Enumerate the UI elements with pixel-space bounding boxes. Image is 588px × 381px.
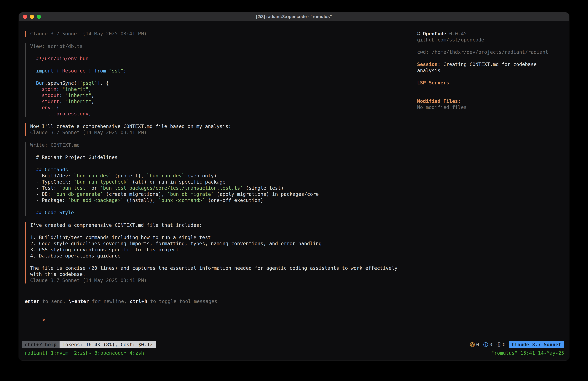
terminal-line [30,203,417,210]
terminal-line: ## Commands [30,167,417,173]
help-chip[interactable]: ctrl+? help [22,341,60,348]
main-row: Claude 3.7 Sonnet (14 May 2025 03:41 PM)… [25,31,563,290]
tmux-window-list[interactable]: [radiant] 1:nvim 2:zsh- 3:opencode* 4:zs… [22,350,144,356]
terminal-line: 3. CSS styling conventions specific to t… [30,247,417,253]
terminal-line: © OpenCode 0.0.45 [417,31,563,37]
status-bar: ctrl+? help Tokens: 16.4K (8%), Cost: $0… [22,341,564,348]
window-titlebar: [2/3] radiant:3:opencode - "romulus" [19,13,569,21]
terminal-line [30,148,417,154]
hint-count-icon: ⓗ [497,342,501,348]
terminal-line: cwd: /home/thdxr/dev/projects/radiant/ra… [417,49,563,55]
terminal-line [30,160,417,167]
zoom-button[interactable] [37,15,41,19]
assistant-message-block: Now I'll create a comprehensive CONTEXT.… [25,123,417,135]
terminal-line [30,74,417,80]
terminal-line: env: { [30,105,417,111]
terminal-line: 4. Database operations guidance [30,253,417,259]
terminal-line: Claude 3.7 Sonnet (14 May 2025 03:41 PM) [30,130,417,135]
terminal-line: stderr: "inherit", [30,98,417,105]
terminal-line [417,92,563,98]
sidebar-panel: © OpenCode 0.0.45github.com/sst/opencode… [417,31,563,111]
terminal-line: github.com/sst/opencode [417,37,563,43]
prompt-input[interactable]: > [25,311,563,329]
terminal-line: LSP Servers [417,80,563,86]
tmux-status-bar: [radiant] 1:nvim 2:zsh- 3:opencode* 4:zs… [22,350,564,356]
terminal-line: analysis [417,67,563,74]
terminal-window: [2/3] radiant:3:opencode - "romulus" Cla… [19,12,569,360]
empty-space [25,329,563,341]
chat-column: Claude 3.7 Sonnet (14 May 2025 03:41 PM)… [25,31,417,290]
terminal-line [30,259,417,265]
terminal-line: stdout: "inherit", [30,92,417,98]
terminal-line: ...process.env, [30,111,417,117]
prompt-symbol: > [42,317,45,323]
terminal-line: #!/usr/bin/env bun [30,56,417,62]
terminal-line [417,43,563,49]
terminal-line [30,62,417,68]
terminal-line: import { Resource } from "sst"; [30,68,417,74]
tokens-cost-chip: Tokens: 16.4K (8%), Cost: $0.12 [60,341,156,348]
hint-count: ⓗ0 [497,342,505,348]
terminal-line: 2. Code style guidelines covering import… [30,241,417,247]
terminal-line: 1. Build/lint/test commands including ho… [30,234,417,241]
tmux-session-info: "romulus" 15:41 14-May-25 [491,350,564,356]
terminal-line: No modified files [417,104,563,111]
terminal-line: View: script/db.ts [30,43,417,49]
assistant-summary-block: I've created a comprehensive CONTEXT.md … [25,222,417,284]
terminal-line [417,74,563,80]
terminal-content: Claude 3.7 Sonnet (14 May 2025 03:41 PM)… [19,21,569,360]
tool-view-block: View: script/db.ts #!/usr/bin/env bun im… [25,43,417,117]
terminal-line: stdin: "inherit", [30,86,417,92]
terminal-line: The file is concise (20 lines) and captu… [30,265,417,271]
terminal-line: Now I'll create a comprehensive CONTEXT.… [30,123,417,130]
lsp-diagnostics: Ⓦ0ⓘ0ⓗ0 [466,342,505,348]
terminal-line: Write: CONTEXT.md [30,142,417,148]
terminal-line: - DB: `bun db generate` (create migratio… [30,191,417,197]
warning-count-icon: Ⓦ [470,342,475,348]
message-header-block: Claude 3.7 Sonnet (14 May 2025 03:41 PM) [25,31,417,37]
terminal-line [30,228,417,234]
input-help-text: enter to send, \+enter for newline, ctrl… [25,298,563,304]
terminal-line [30,49,417,56]
terminal-line: Session: Creating CONTEXT.md for codebas… [417,61,563,67]
tool-write-block: Write: CONTEXT.md # Radiant Project Guid… [25,142,417,216]
message-timestamp: Claude 3.7 Sonnet (14 May 2025 03:41 PM) [30,31,417,37]
terminal-line: enter to send, \+enter for newline, ctrl… [25,298,563,304]
terminal-line: ## Code Style [30,210,417,216]
window-title: [2/3] radiant:3:opencode - "romulus" [19,14,569,19]
info-count-icon: ⓘ [483,342,488,348]
minimize-button[interactable] [30,15,34,19]
info-count: ⓘ0 [483,342,492,348]
terminal-line [417,86,563,92]
terminal-line [417,55,563,61]
input-divider [25,307,563,307]
terminal-line: - TypeCheck: `bun run typecheck` (all) o… [30,179,417,185]
close-button[interactable] [23,15,27,19]
terminal-line: # Radiant Project Guidelines [30,154,417,160]
terminal-line: - Build/Dev: `bun run dev` (project), `b… [30,173,417,179]
terminal-line: - Test: `bun test` or `bun test packages… [30,185,417,191]
terminal-line: I've created a comprehensive CONTEXT.md … [30,222,417,228]
traffic-lights [19,15,41,19]
model-chip[interactable]: Claude 3.7 Sonnet [509,341,564,348]
terminal-line: Modified Files: [417,98,563,104]
terminal-line: Bun.spawnSync([`psql`], { [30,80,417,86]
warning-count: Ⓦ0 [470,342,479,348]
terminal-line: Claude 3.7 Sonnet (14 May 2025 03:41 PM) [30,277,417,284]
terminal-line: - Package: `bun add <package>` (install)… [30,197,417,203]
terminal-line: with this codebase. [30,271,417,277]
